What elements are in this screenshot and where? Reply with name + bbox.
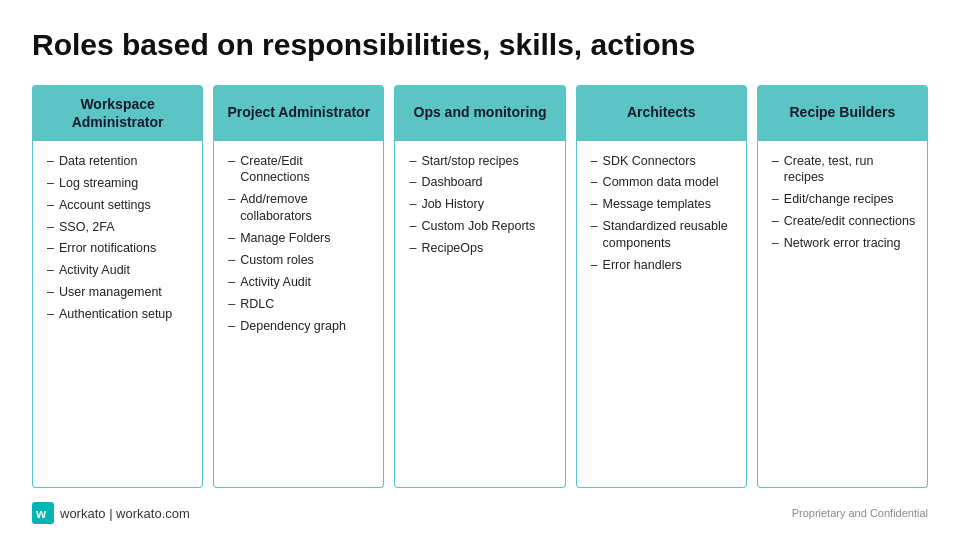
list-item: Activity Audit (228, 274, 373, 291)
list-item: Job History (409, 196, 554, 213)
footer-logo-text: workato | workato.com (60, 506, 190, 521)
column-architects: ArchitectsSDK ConnectorsCommon data mode… (576, 85, 747, 489)
list-item: RDLC (228, 296, 373, 313)
footer: w workato | workato.com Proprietary and … (32, 498, 928, 524)
col-header-project-admin: Project Administrator (213, 85, 384, 141)
page-title: Roles based on responsibilities, skills,… (32, 28, 928, 63)
list-item: Activity Audit (47, 262, 192, 279)
col-header-workspace-admin: Workspace Administrator (32, 85, 203, 141)
list-item: SSO, 2FA (47, 219, 192, 236)
list-item: Edit/change recipes (772, 191, 917, 208)
col-header-recipe-builders: Recipe Builders (757, 85, 928, 141)
col-body-architects: SDK ConnectorsCommon data modelMessage t… (576, 141, 747, 489)
list-item: Create, test, run recipes (772, 153, 917, 187)
columns-wrapper: Workspace AdministratorData retentionLog… (32, 85, 928, 489)
footer-confidential: Proprietary and Confidential (792, 507, 928, 519)
list-item: Custom roles (228, 252, 373, 269)
list-item: Common data model (591, 174, 736, 191)
list-item: Account settings (47, 197, 192, 214)
list-item: Network error tracing (772, 235, 917, 252)
list-item: RecipeOps (409, 240, 554, 257)
list-item: Message templates (591, 196, 736, 213)
list-item: Start/stop recipes (409, 153, 554, 170)
list-item: Create/edit connections (772, 213, 917, 230)
footer-logo: w workato | workato.com (32, 502, 190, 524)
list-item: SDK Connectors (591, 153, 736, 170)
col-header-architects: Architects (576, 85, 747, 141)
list-item: Manage Folders (228, 230, 373, 247)
list-item: Create/Edit Connections (228, 153, 373, 187)
column-workspace-admin: Workspace AdministratorData retentionLog… (32, 85, 203, 489)
col-body-recipe-builders: Create, test, run recipesEdit/change rec… (757, 141, 928, 489)
list-item: Custom Job Reports (409, 218, 554, 235)
list-item: Data retention (47, 153, 192, 170)
list-item: Error notifications (47, 240, 192, 257)
col-body-project-admin: Create/Edit ConnectionsAdd/remove collab… (213, 141, 384, 489)
list-item: Standardized reusable components (591, 218, 736, 252)
list-item: Add/remove collaborators (228, 191, 373, 225)
col-body-workspace-admin: Data retentionLog streamingAccount setti… (32, 141, 203, 488)
workato-logo-icon: w (32, 502, 54, 524)
list-item: Error handlers (591, 257, 736, 274)
column-project-admin: Project AdministratorCreate/Edit Connect… (213, 85, 384, 489)
svg-text:w: w (35, 506, 47, 521)
column-recipe-builders: Recipe BuildersCreate, test, run recipes… (757, 85, 928, 489)
list-item: Log streaming (47, 175, 192, 192)
list-item: User management (47, 284, 192, 301)
column-ops-monitoring: Ops and monitoringStart/stop recipesDash… (394, 85, 565, 489)
col-body-ops-monitoring: Start/stop recipesDashboardJob HistoryCu… (394, 141, 565, 489)
main-container: Roles based on responsibilities, skills,… (0, 0, 960, 540)
col-header-ops-monitoring: Ops and monitoring (394, 85, 565, 141)
list-item: Dashboard (409, 174, 554, 191)
list-item: Authentication setup (47, 306, 192, 323)
list-item: Dependency graph (228, 318, 373, 335)
